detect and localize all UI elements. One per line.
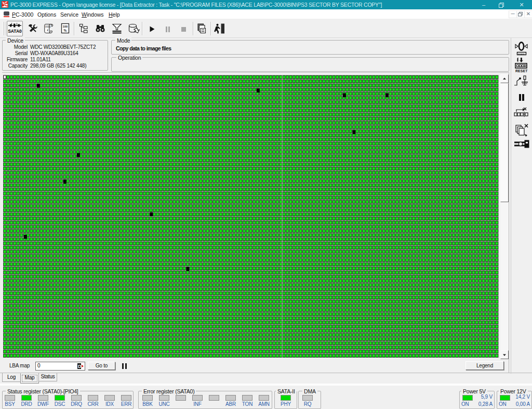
svg-text:100: 100 [63,25,68,28]
svg-text:0000: 0000 [45,25,51,28]
svg-text:RESET: RESET [515,69,528,73]
svg-text:i: i [47,28,48,32]
svg-text:%: % [64,29,67,32]
svg-text:D: D [78,364,82,369]
